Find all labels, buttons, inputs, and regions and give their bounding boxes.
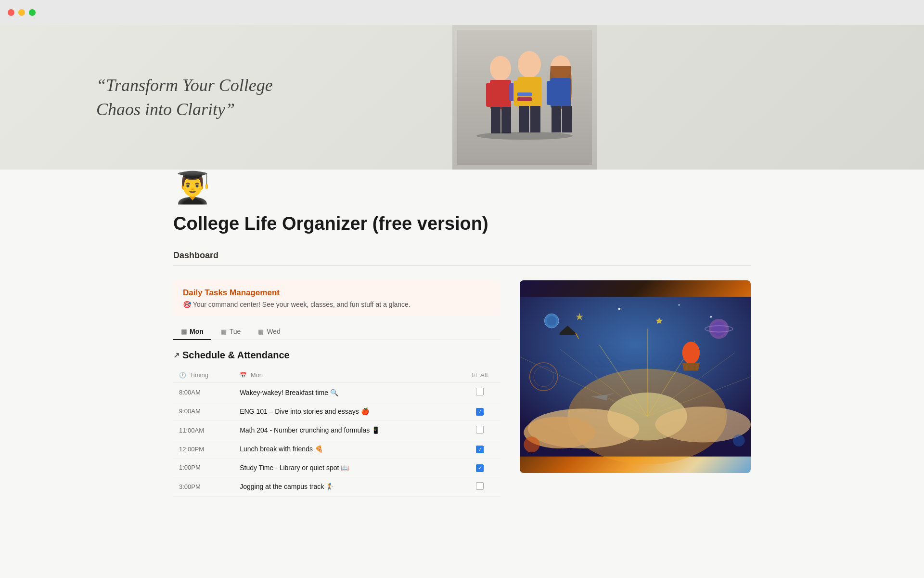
activity-cell: Study Time - Library or quiet spot 📖 bbox=[234, 459, 459, 477]
tabs-row: ▦ Mon ▦ Tue ▦ Wed bbox=[173, 324, 500, 340]
table-row: 12:00PMLunch break with friends 🍕✓ bbox=[173, 440, 500, 459]
calendar-icon: 📅 bbox=[240, 372, 247, 379]
dashboard-section-header: Dashboard bbox=[173, 246, 751, 266]
table-row: 8:00AMWakey-wakey! Breakfast time 🔍 bbox=[173, 383, 500, 402]
day-column-header: 📅 Mon bbox=[234, 368, 459, 383]
maximize-button[interactable] bbox=[29, 9, 36, 16]
svg-point-22 bbox=[476, 132, 573, 140]
checkbox-unchecked[interactable] bbox=[476, 388, 484, 395]
table-row: 3:00PMJogging at the campus track 🏌 bbox=[173, 477, 500, 496]
attendance-cell[interactable]: ✓ bbox=[459, 440, 500, 459]
svg-rect-21 bbox=[562, 106, 572, 132]
svg-point-55 bbox=[524, 436, 539, 452]
svg-rect-6 bbox=[501, 107, 511, 133]
svg-point-53 bbox=[678, 304, 680, 305]
activity-cell: Math 204 - Number crunching and formulas… bbox=[234, 420, 459, 440]
svg-rect-5 bbox=[491, 107, 500, 133]
svg-rect-14 bbox=[517, 92, 532, 96]
svg-rect-12 bbox=[519, 106, 529, 132]
minimize-button[interactable] bbox=[18, 9, 25, 16]
table-row: 9:00AMENG 101 – Dive into stories and es… bbox=[173, 402, 500, 421]
daily-tasks-card: Daily Tasks Management 🎯 Your command ce… bbox=[173, 280, 500, 316]
svg-rect-45 bbox=[560, 333, 576, 335]
timing-cell: 11:00AM bbox=[173, 420, 234, 440]
tab-mon-label: Mon bbox=[190, 328, 204, 335]
hero-banner: “Transform Your College Chaos into Clari… bbox=[0, 25, 924, 170]
attendance-cell[interactable] bbox=[459, 383, 500, 402]
checkbox-checked[interactable]: ✓ bbox=[476, 408, 484, 416]
title-bar bbox=[0, 0, 924, 25]
table-icon-wed: ▦ bbox=[258, 328, 264, 335]
timing-cell: 9:00AM bbox=[173, 402, 234, 421]
daily-tasks-title: Daily Tasks Management bbox=[183, 288, 491, 298]
dashboard-label: Dashboard bbox=[173, 250, 218, 260]
svg-rect-13 bbox=[530, 106, 540, 132]
schedule-table: 🕐 Timing 📅 Mon ☑ Att bbox=[173, 368, 500, 497]
attendance-cell[interactable]: ✓ bbox=[459, 459, 500, 477]
right-panel bbox=[520, 280, 751, 473]
main-layout: Daily Tasks Management 🎯 Your command ce… bbox=[173, 280, 751, 497]
svg-rect-19 bbox=[563, 81, 570, 105]
activity-cell: Jogging at the campus track 🏌 bbox=[234, 477, 459, 496]
left-panel: Daily Tasks Management 🎯 Your command ce… bbox=[173, 280, 500, 497]
activity-cell: ENG 101 – Dive into stories and essays 🍎 bbox=[234, 402, 459, 421]
svg-point-1 bbox=[490, 56, 511, 81]
activity-cell: Wakey-wakey! Breakfast time 🔍 bbox=[234, 383, 459, 402]
schedule-section-title: ↗ Schedule & Attendance bbox=[173, 350, 500, 361]
table-row: 11:00AMMath 204 - Number crunching and f… bbox=[173, 420, 500, 440]
svg-point-54 bbox=[710, 316, 712, 318]
attendance-cell[interactable]: ✓ bbox=[459, 402, 500, 421]
timing-cell: 3:00PM bbox=[173, 477, 234, 496]
clock-icon: 🕐 bbox=[179, 372, 186, 379]
timing-cell: 12:00PM bbox=[173, 440, 234, 459]
svg-point-42 bbox=[682, 342, 700, 364]
timing-cell: 8:00AM bbox=[173, 383, 234, 402]
table-header-row: 🕐 Timing 📅 Mon ☑ Att bbox=[173, 368, 500, 383]
checkbox-unchecked[interactable] bbox=[476, 482, 484, 490]
checkbox-checked[interactable]: ✓ bbox=[476, 464, 484, 472]
timing-cell: 1:00PM bbox=[173, 459, 234, 477]
checkbox-checked[interactable]: ✓ bbox=[476, 446, 484, 453]
attendance-cell[interactable] bbox=[459, 420, 500, 440]
page-title: College Life Organizer (free version) bbox=[173, 213, 751, 234]
table-row: 1:00PMStudy Time - Library or quiet spot… bbox=[173, 459, 500, 477]
checkbox-icon: ☑ bbox=[472, 372, 477, 379]
att-column-header: ☑ Att bbox=[459, 368, 500, 383]
tab-mon[interactable]: ▦ Mon bbox=[173, 324, 211, 340]
activity-cell: Lunch break with friends 🍕 bbox=[234, 440, 459, 459]
schedule-title-text: Schedule & Attendance bbox=[182, 350, 290, 361]
page-wrapper: “Transform Your College Chaos into Clari… bbox=[0, 25, 924, 497]
svg-point-52 bbox=[618, 308, 620, 310]
timing-column-header: 🕐 Timing bbox=[173, 368, 234, 383]
tab-wed[interactable]: ▦ Wed bbox=[250, 324, 288, 340]
svg-point-38 bbox=[547, 316, 556, 326]
tab-tue-label: Tue bbox=[230, 328, 241, 335]
attendance-cell[interactable] bbox=[459, 477, 500, 496]
hero-students-image bbox=[452, 25, 597, 170]
svg-rect-3 bbox=[486, 83, 494, 107]
svg-point-56 bbox=[733, 434, 745, 447]
tab-tue[interactable]: ▦ Tue bbox=[213, 324, 249, 340]
tab-wed-label: Wed bbox=[267, 328, 281, 335]
arrow-up-right-icon: ↗ bbox=[173, 351, 180, 360]
cosmic-image bbox=[520, 280, 751, 473]
svg-rect-15 bbox=[517, 97, 532, 101]
page-icon: 👨‍🎓 bbox=[173, 170, 751, 206]
table-icon-tue: ▦ bbox=[221, 328, 227, 335]
daily-tasks-subtitle: 🎯 Your command center! See your week, cl… bbox=[183, 301, 491, 308]
svg-point-40 bbox=[712, 322, 726, 336]
svg-rect-18 bbox=[547, 81, 553, 105]
table-icon-mon: ▦ bbox=[181, 328, 187, 335]
svg-point-8 bbox=[518, 51, 541, 78]
close-button[interactable] bbox=[8, 9, 14, 16]
page-body: 👨‍🎓 College Life Organizer (free version… bbox=[125, 160, 799, 497]
svg-rect-20 bbox=[552, 106, 561, 132]
checkbox-unchecked[interactable] bbox=[476, 426, 484, 434]
hero-quote: “Transform Your College Chaos into Clari… bbox=[96, 73, 273, 122]
